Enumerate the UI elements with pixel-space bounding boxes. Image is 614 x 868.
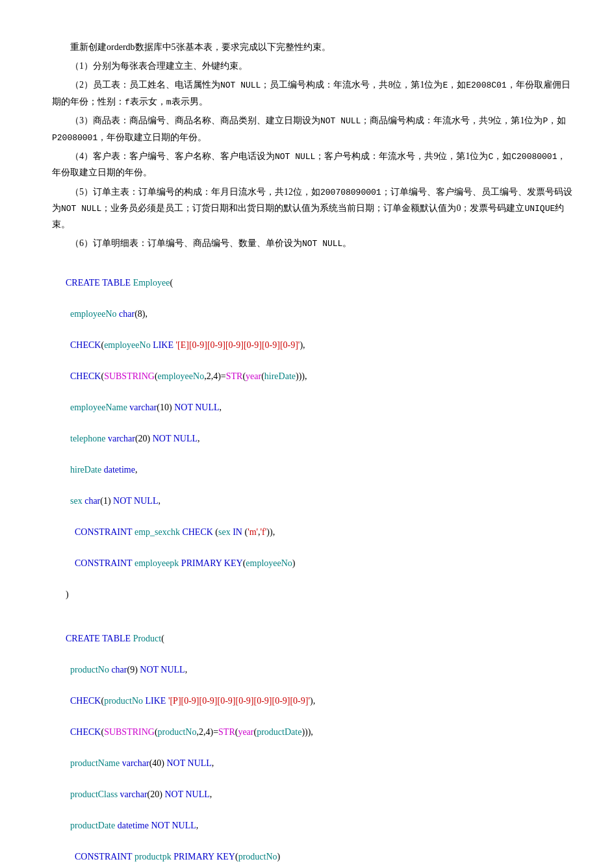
employee-line-7: hireDate datetime, [52,454,575,486]
employee-line-9: CONSTRAINT emp_sexchk CHECK (sex IN ('m'… [52,517,575,548]
employee-line-6: telephone varchar(20) NOT NULL, [52,423,575,454]
employee-create-block: CREATE TABLE Employee( employeeNo char(8… [52,267,575,610]
product-line-8: CONSTRAINT productpk PRIMARY KEY(product… [52,841,575,868]
desc-item-3: （3）商品表：商品编号、商品名称、商品类别、建立日期设为NOT NULL；商品编… [52,112,575,145]
product-line-2: productNo char(9) NOT NULL, [52,654,575,686]
desc-item-1: （1）分别为每张表合理建立主、外键约束。 [52,58,575,74]
employee-line-1: CREATE TABLE Employee( [52,267,575,299]
employee-line-2: employeeNo char(8), [52,299,575,330]
employee-line-10: CONSTRAINT employeepk PRIMARY KEY(employ… [52,548,575,579]
desc-item-5: （5）订单主表：订单编号的构成：年月日流水号，共12位，如20070809000… [52,184,575,233]
employee-line-11: ) [52,579,575,610]
page-content: 重新创建orderdb数据库中5张基本表，要求完成以下完整性约束。 （1）分别为… [52,39,575,868]
product-create-block: CREATE TABLE Product( productNo char(9) … [52,623,575,868]
product-line-1: CREATE TABLE Product( [52,623,575,654]
description-section: 重新创建orderdb数据库中5张基本表，要求完成以下完整性约束。 （1）分别为… [52,39,575,252]
product-line-5: productName varchar(40) NOT NULL, [52,748,575,779]
product-line-3: CHECK(productNo LIKE '[P][0-9][0-9][0-9]… [52,686,575,717]
employee-line-8: sex char(1) NOT NULL, [52,486,575,517]
employee-line-4: CHECK(SUBSTRING(employeeNo,2,4)=STR(year… [52,361,575,392]
desc-item-6: （6）订单明细表：订单编号、商品编号、数量、单价设为NOT NULL。 [52,235,575,251]
employee-line-3: CHECK(employeeNo LIKE '[E][0-9][0-9][0-9… [52,330,575,361]
product-line-6: productClass varchar(20) NOT NULL, [52,779,575,810]
product-line-4: CHECK(SUBSTRING(productNo,2,4)=STR(year(… [52,717,575,748]
product-line-7: productDate datetime NOT NULL, [52,810,575,841]
desc-item-4: （4）客户表：客户编号、客户名称、客户电话设为NOT NULL；客户号构成：年流… [52,148,575,181]
desc-item-2: （2）员工表：员工姓名、电话属性为NOT NULL；员工编号构成：年流水号，共8… [52,77,575,110]
employee-line-5: employeeName varchar(10) NOT NULL, [52,392,575,423]
desc-intro: 重新创建orderdb数据库中5张基本表，要求完成以下完整性约束。 [52,39,575,55]
